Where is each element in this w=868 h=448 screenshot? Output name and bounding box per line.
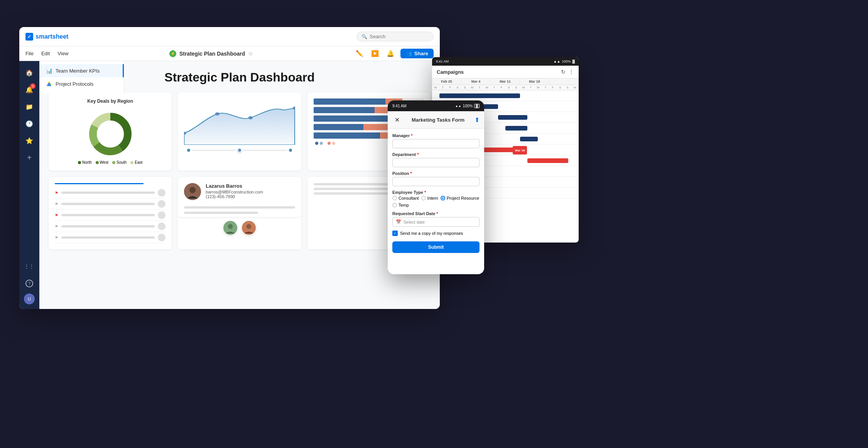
share-button[interactable]: 👥 Share: [400, 49, 434, 58]
gantt-title: Campaigns: [437, 69, 464, 75]
sidebar-item-folders[interactable]: 📁: [22, 100, 36, 114]
mobile-close-button[interactable]: ✕: [392, 115, 402, 124]
mobile-form-header: ✕ Marketing Tasks Form ⬆: [388, 111, 484, 129]
manager-field-group: Manager *: [392, 133, 480, 148]
notification-icon[interactable]: 🔔: [385, 48, 396, 59]
gantt-more-icon[interactable]: ⋮: [569, 69, 574, 75]
data-table: ⚑ ⚑ ⚑: [55, 183, 165, 243]
legend-south: South: [112, 160, 127, 165]
gantt-bar-1: [439, 93, 520, 98]
table-row-2: ⚑: [55, 199, 165, 210]
menu-file[interactable]: File: [25, 51, 34, 56]
gantt-wifi-icon: ▲▲: [554, 59, 561, 63]
radio-circle-temp: [392, 203, 397, 207]
apps-icon: ⋮⋮: [24, 264, 34, 269]
mobile-form-body: Manager * Department * Position * Empl: [388, 129, 484, 274]
contact-phone: (123)-456-7890: [206, 194, 263, 199]
mobile-share-button[interactable]: ⬆: [475, 116, 480, 124]
svg-point-17: [247, 224, 252, 229]
start-date-field-group: Requested Start Date * 📅 Select date: [392, 211, 480, 227]
dashboard: Strategic Plan Dashboard Key Deals by Re…: [39, 61, 440, 309]
date-col-mar4: Mar 4: [461, 78, 491, 85]
doc-title: ⚡ Strategic Plan Dashboard ☆: [169, 50, 253, 57]
date-col-mar11: Mar 11: [491, 78, 520, 85]
doc-icon: ⚡: [169, 50, 176, 57]
logo: smartsheet: [25, 33, 68, 41]
radio-temp[interactable]: Temp: [392, 203, 409, 207]
date-col-mar18: Mar 18: [520, 78, 549, 85]
svg-point-15: [228, 224, 233, 229]
submit-button[interactable]: Submit: [392, 241, 480, 253]
sub-date-1: W: [432, 85, 439, 90]
checkbox-row[interactable]: ✓ Send me a copy of my responses: [392, 231, 480, 236]
star-icon[interactable]: ☆: [248, 51, 253, 57]
logo-text: smartsheet: [35, 33, 68, 40]
position-required: *: [410, 171, 412, 176]
start-date-label: Requested Start Date *: [392, 211, 480, 216]
gantt-row-1: [432, 90, 579, 101]
checkbox-box: ✓: [392, 231, 398, 236]
star-icon: ⭐: [25, 137, 33, 144]
contact-email: barros@MBFconstruction.com: [206, 190, 263, 194]
battery-icon: ▓: [474, 104, 480, 108]
date-picker[interactable]: 📅 Select date: [392, 217, 480, 227]
plus-icon: +: [27, 153, 32, 162]
gantt-sub-dates: W T F S S M T W T F S S M T W T F S S M: [432, 85, 579, 90]
radio-consultant[interactable]: Consultant: [392, 196, 419, 200]
battery-text: 100%: [463, 104, 473, 108]
wifi-icon: ▲▲: [455, 104, 461, 108]
search-bar[interactable]: 🔍: [356, 32, 434, 41]
gantt-bar-7: [527, 158, 568, 163]
flag-icon-5: ⚑: [55, 236, 58, 240]
gantt-callout-date: Mar 18: [515, 149, 525, 152]
sidebar-item-notifications[interactable]: 🔔 3: [22, 83, 36, 97]
radio-intern[interactable]: Intern: [421, 196, 438, 200]
edit-icon[interactable]: ✏️: [354, 48, 365, 59]
legend-east: East: [130, 160, 142, 165]
sidebar-item-favorites[interactable]: ⭐: [22, 134, 36, 148]
department-input[interactable]: [392, 158, 480, 167]
position-field-group: Position *: [392, 171, 480, 186]
sidebar: 🏠 🔔 3 📁 🕐 ⭐ + ⋮⋮: [19, 61, 39, 309]
sidebar-item-home[interactable]: 🏠: [22, 66, 36, 80]
sidebar-item-create[interactable]: +: [22, 151, 36, 165]
menu-edit[interactable]: Edit: [41, 51, 50, 56]
sidebar-item-help[interactable]: ?: [22, 277, 36, 290]
contact-info: Lazarus Barros barros@MBFconstruction.co…: [206, 183, 263, 199]
sidebar-item-apps[interactable]: ⋮⋮: [22, 260, 36, 273]
content-area: 🏠 🔔 3 📁 🕐 ⭐ + ⋮⋮: [19, 61, 440, 309]
radio-circle-project-resource: [441, 196, 445, 200]
protocols-icon: [46, 80, 52, 87]
calendar-icon: 📅: [396, 219, 401, 224]
sidebar-item-recent[interactable]: 🕐: [22, 117, 36, 131]
department-label: Department *: [392, 152, 480, 157]
notification-badge: 3: [30, 83, 35, 89]
doc-title-text: Strategic Plan Dashboard: [179, 51, 245, 57]
search-input[interactable]: [370, 34, 429, 39]
nav-item-kpis[interactable]: 📊 Team Member KPIs: [39, 64, 124, 77]
department-field-group: Department *: [392, 152, 480, 167]
menu-bar: File Edit View ⚡ Strategic Plan Dashboar…: [19, 46, 440, 61]
nav-item-protocols[interactable]: Project Protocols: [39, 77, 124, 90]
widget-donut: Key Deals by Region: [49, 92, 172, 171]
donut-title: Key Deals by Region: [55, 98, 165, 104]
gantt-battery-icon: ▓: [572, 59, 575, 63]
manager-input[interactable]: [392, 139, 480, 148]
position-input[interactable]: [392, 177, 480, 186]
employee-type-required: *: [424, 190, 426, 195]
radio-project-resource[interactable]: Project Resource: [441, 196, 479, 200]
present-icon[interactable]: ▶️: [370, 48, 380, 59]
clock-icon: 🕐: [25, 120, 33, 127]
gantt-refresh-icon[interactable]: ↻: [561, 69, 566, 75]
table-row-3: ⚑: [55, 210, 165, 221]
flag-icon-1: ⚑: [55, 191, 58, 195]
legend-west: West: [96, 160, 109, 165]
department-required: *: [417, 152, 419, 157]
logo-icon: [25, 33, 33, 41]
menu-view[interactable]: View: [57, 51, 68, 56]
legend-north: North: [78, 160, 91, 165]
gantt-date-header: Feb 25 Mar 4 Mar 11 Mar 18: [432, 78, 579, 85]
gantt-bar-5: [520, 137, 538, 141]
date-col-feb25: Feb 25: [432, 78, 461, 85]
user-avatar[interactable]: U: [24, 294, 35, 304]
